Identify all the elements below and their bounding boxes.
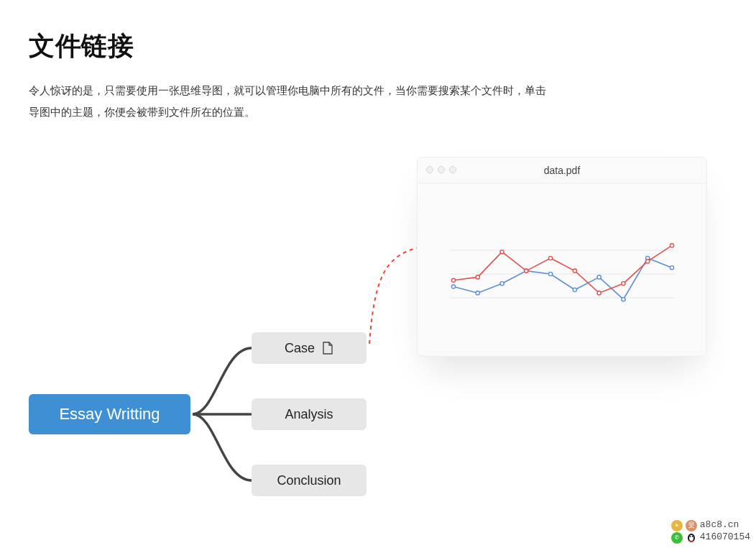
preview-chart xyxy=(418,183,708,357)
svg-point-25 xyxy=(689,536,691,537)
svg-point-3 xyxy=(451,285,455,288)
page-description: 令人惊讶的是，只需要使用一张思维导图，就可以管理你电脑中所有的文件，当你需要搜索… xyxy=(29,80,546,123)
contact-qq-row: ✆ 416070154 xyxy=(671,531,750,544)
svg-point-7 xyxy=(549,272,553,275)
mindmap: Essay Writting Case Analysis Conclusion xyxy=(29,316,402,547)
page-title: 文件链接 xyxy=(29,29,727,64)
svg-point-8 xyxy=(573,288,576,291)
file-icon xyxy=(322,342,333,355)
svg-point-17 xyxy=(549,256,553,260)
mindmap-node-analysis-label: Analysis xyxy=(285,407,333,422)
svg-point-24 xyxy=(689,535,693,541)
svg-point-16 xyxy=(525,269,528,273)
contact-site: a8c8.cn xyxy=(700,519,739,531)
contact-site-row: ✦ 웃 a8c8.cn xyxy=(671,519,750,531)
preview-titlebar: data.pdf xyxy=(418,157,706,183)
preview-body xyxy=(418,183,706,356)
mindmap-node-analysis[interactable]: Analysis xyxy=(252,398,367,430)
svg-point-18 xyxy=(573,269,576,273)
svg-point-26 xyxy=(691,536,693,537)
mindmap-node-case-label: Case xyxy=(285,341,315,356)
svg-point-5 xyxy=(500,282,504,286)
traffic-min-icon xyxy=(438,166,445,173)
svg-point-21 xyxy=(646,260,650,263)
mindmap-node-conclusion[interactable]: Conclusion xyxy=(252,465,367,496)
mindmap-root-label: Essay Writting xyxy=(59,405,160,424)
badge-icon: ✦ xyxy=(671,520,683,531)
svg-point-4 xyxy=(476,291,479,295)
mindmap-node-case[interactable]: Case xyxy=(252,332,367,364)
svg-point-13 xyxy=(451,278,455,282)
svg-point-12 xyxy=(670,266,673,270)
svg-point-15 xyxy=(500,250,504,254)
contact-qq: 416070154 xyxy=(700,531,750,544)
traffic-max-icon xyxy=(449,166,456,173)
svg-point-14 xyxy=(476,275,479,279)
svg-point-19 xyxy=(597,291,601,295)
svg-point-20 xyxy=(622,282,625,286)
avatar-icon: 웃 xyxy=(686,520,697,531)
qq-icon xyxy=(686,532,697,544)
traffic-close-icon xyxy=(426,166,433,173)
svg-point-22 xyxy=(670,244,673,247)
window-traffic-lights xyxy=(426,166,456,173)
mindmap-root-node[interactable]: Essay Writting xyxy=(29,394,190,434)
wechat-icon: ✆ xyxy=(671,532,683,544)
svg-point-10 xyxy=(622,298,625,301)
file-preview-window: data.pdf xyxy=(417,157,707,357)
svg-point-9 xyxy=(597,275,601,279)
mindmap-node-conclusion-label: Conclusion xyxy=(277,473,341,488)
preview-filename: data.pdf xyxy=(544,165,581,176)
contact-block: ✦ 웃 a8c8.cn ✆ 416070154 xyxy=(671,519,750,544)
